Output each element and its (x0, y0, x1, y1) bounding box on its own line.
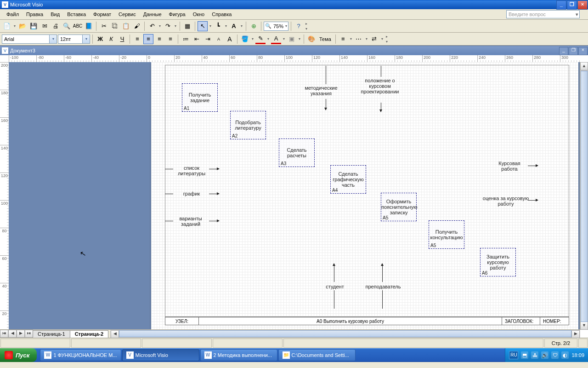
label-poloz[interactable]: положение о курсовом проектировании (357, 78, 403, 94)
open-icon[interactable]: 📂 (17, 21, 28, 31)
language-indicator[interactable]: RU (509, 351, 518, 359)
horizontal-scrollbar[interactable]: ◀ ▶ (110, 330, 580, 338)
block-a4[interactable]: Сделать графическую частьА4 (330, 165, 366, 194)
text-tool-icon[interactable]: A (229, 21, 239, 31)
tray-icon[interactable]: ⬒ (521, 351, 528, 359)
horizontal-ruler[interactable]: -100-80-60-40-20020406080100120140160180… (9, 55, 580, 63)
tray-network-icon[interactable]: 🖧 (531, 351, 538, 359)
font-name-combo[interactable]: Arial▾ (2, 34, 57, 44)
tab-next-button[interactable]: ▶ (17, 330, 25, 338)
help-icon[interactable]: ? (294, 21, 304, 31)
menu-view[interactable]: Вид (47, 11, 63, 18)
theme-label[interactable]: Тема (317, 36, 333, 42)
block-a5[interactable]: Оформить пояснительную запискуА5 (381, 193, 417, 221)
menu-data[interactable]: Данные (140, 11, 165, 18)
save-icon[interactable]: 💾 (28, 21, 39, 31)
block-a1[interactable]: Получить заданиеА1 (182, 83, 218, 112)
doc-close-button[interactable]: × (578, 47, 588, 55)
minimize-button[interactable]: _ (556, 0, 566, 10)
line-pattern-icon[interactable]: ⋯ (354, 34, 364, 44)
menu-file[interactable]: Файл (3, 11, 23, 18)
tab-last-button[interactable]: ⏭ (25, 330, 33, 338)
align-left-icon[interactable]: ≡ (132, 34, 142, 44)
vertical-scrollbar[interactable]: ▲ ▼ (580, 62, 588, 330)
new-icon[interactable]: 📄 (2, 21, 12, 31)
scroll-left-button[interactable]: ◀ (111, 330, 119, 338)
vertical-ruler[interactable]: 20018016014012010080604020 (0, 62, 9, 330)
paste-icon[interactable]: 📋 (121, 21, 131, 31)
clock[interactable]: 18:09 (571, 352, 584, 358)
increase-indent-icon[interactable]: ⇥ (203, 34, 213, 44)
shadow-color-icon[interactable]: ▣ (287, 34, 297, 44)
block-a6[interactable]: Защитить курсовую работуА6 (480, 248, 516, 276)
taskbar-item-4[interactable]: 📁C:\Documents and Setti... (278, 349, 356, 361)
line-color-icon[interactable]: ✎ (255, 34, 266, 44)
menu-help[interactable]: Справка (208, 11, 235, 18)
menu-edit[interactable]: Правка (23, 11, 47, 18)
menu-tools[interactable]: Сервис (115, 11, 140, 18)
theme-icon[interactable]: 🎨 (306, 34, 317, 44)
taskbar-item-1[interactable]: W1 ФУНКЦИОНАЛЬНОЕ М... (40, 349, 121, 361)
pointer-tool-icon[interactable]: ↖ (198, 21, 208, 31)
bold-icon[interactable]: Ж (95, 34, 105, 44)
tray-shield-icon[interactable]: 🛡 (551, 351, 559, 359)
align-right-icon[interactable]: ≡ (154, 34, 164, 44)
italic-icon[interactable]: К (106, 34, 116, 44)
scroll-right-button[interactable]: ▶ (571, 330, 580, 338)
toolbar-options-icon[interactable]: ▸▾ (305, 21, 308, 31)
cut-icon[interactable]: ✂ (99, 21, 109, 31)
justify-icon[interactable]: ≡ (165, 34, 175, 44)
start-button[interactable]: Пуск (0, 348, 37, 362)
arrow-metod[interactable] (326, 66, 326, 84)
label-student[interactable]: студент (317, 284, 353, 289)
canvas-area[interactable]: Получить заданиеА1 Подобрать литературуА… (9, 62, 580, 330)
connection-point-icon[interactable]: ⊕ (249, 21, 259, 31)
decrease-indent-icon[interactable]: ⇤ (192, 34, 202, 44)
arrow-poloz[interactable] (381, 66, 381, 77)
taskbar-item-3[interactable]: W2 Методика выполнени... (200, 349, 277, 361)
doc-restore-button[interactable]: ❐ (569, 47, 578, 55)
print-icon[interactable]: 🖨 (51, 21, 61, 31)
tab-prev-button[interactable]: ◀ (8, 330, 17, 338)
tray-icon[interactable]: ◐ (561, 351, 569, 359)
ask-question-box[interactable]: Введите вопрос (506, 10, 580, 18)
toolbar2-options-icon[interactable]: ▸▾ (385, 34, 389, 44)
page-tab-2[interactable]: Страница-2 (70, 330, 108, 338)
block-a2[interactable]: Подобрать литературуА2 (230, 111, 266, 139)
menu-shape[interactable]: Фигура (165, 11, 189, 18)
page-tab-1[interactable]: Страница-1 (33, 330, 70, 338)
label-prepod[interactable]: преподаватель (358, 284, 408, 289)
label-grafik[interactable]: график (175, 191, 208, 196)
print-preview-icon[interactable]: 🔍 (62, 21, 72, 31)
increase-font-icon[interactable]: A (225, 34, 235, 44)
menu-format[interactable]: Формат (90, 11, 115, 18)
menu-window[interactable]: Окно (189, 11, 209, 18)
arrow-prepod[interactable] (382, 264, 383, 282)
format-painter-icon[interactable]: 🖌 (132, 21, 142, 31)
line-weight-icon[interactable]: ≡ (338, 34, 348, 44)
underline-icon[interactable]: Ч (117, 34, 127, 44)
font-size-combo[interactable]: 12пт▾ (58, 34, 90, 44)
undo-icon[interactable]: ↶ (147, 21, 157, 31)
doc-minimize-button[interactable]: _ (559, 47, 568, 55)
block-a3[interactable]: Сделать расчетыА3 (279, 138, 315, 167)
scroll-down-button[interactable]: ▼ (580, 322, 588, 330)
menu-insert[interactable]: Вставка (63, 11, 90, 18)
mail-icon[interactable]: ✉ (40, 21, 50, 31)
bullets-icon[interactable]: ≔ (181, 34, 191, 44)
label-variant[interactable]: варианты заданий (173, 216, 208, 227)
label-spisok[interactable]: список литературы (175, 165, 208, 176)
close-button[interactable]: × (577, 0, 588, 10)
maximize-button[interactable]: ❐ (567, 0, 577, 10)
label-metod[interactable]: методические указания (298, 85, 344, 96)
font-color-icon[interactable]: A (271, 34, 281, 44)
tray-volume-icon[interactable]: 🔊 (541, 351, 548, 359)
align-center-icon[interactable]: ≡ (143, 34, 153, 44)
zoom-combo[interactable]: 🔍75%▾ (264, 22, 288, 31)
drawing-page[interactable]: Получить заданиеА1 Подобрать литературуА… (151, 62, 578, 330)
decrease-font-icon[interactable]: A (214, 34, 224, 44)
research-icon[interactable]: 📘 (84, 21, 94, 31)
block-a5b[interactable]: Получить консультациюА5 (429, 220, 464, 249)
arrow-metod2[interactable] (326, 99, 326, 110)
arrow-student[interactable] (334, 264, 334, 282)
